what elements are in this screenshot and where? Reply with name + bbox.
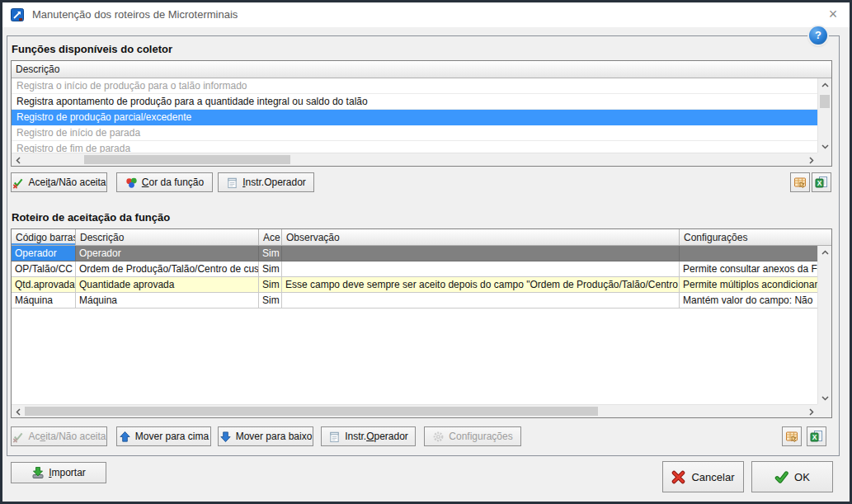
mover-para-baixo-button[interactable]: Mover para baixo [218, 426, 313, 446]
check-x-icon [12, 177, 24, 189]
cell-observacao: Esse campo deve sempre ser aceito depois… [282, 277, 680, 293]
functions-vscrollbar[interactable] [817, 78, 831, 153]
cell-codigo: Operador [12, 246, 76, 261]
roteiro-section-title: Roteiro de aceitação da função [12, 211, 170, 224]
cell-configuracoes: Mantém valor do campo: Não [680, 293, 817, 309]
column-header-configuracoes[interactable]: Configurações [680, 229, 831, 245]
import-icon [31, 466, 45, 479]
excel-icon: X [815, 176, 828, 189]
configuracoes-button[interactable]: Configurações [424, 426, 521, 446]
roteiro-table-header: Código barras Descrição Ace Observação C… [12, 229, 831, 246]
excel-export-button[interactable]: X [812, 172, 831, 192]
cancelar-button[interactable]: Cancelar [662, 461, 744, 492]
scroll-left-icon[interactable] [12, 153, 24, 167]
importar-button[interactable]: Importar [11, 462, 106, 483]
column-header-descricao2[interactable]: Descrição [76, 229, 259, 245]
cell-ace: Sim [259, 246, 282, 261]
scroll-right-icon[interactable] [805, 405, 817, 418]
scroll-left-icon[interactable] [12, 405, 24, 418]
cell-descricao: Quantidade aprovada [76, 277, 259, 293]
function-row[interactable]: Registra o início de produção para o tal… [12, 78, 817, 94]
column-header-codigo[interactable]: Código barras [12, 229, 76, 245]
cell-descricao: Ordem de Produção/Talão/Centro de custo [76, 261, 259, 277]
roteiro-table: Código barras Descrição Ace Observação C… [11, 228, 832, 418]
close-icon[interactable]: × [820, 2, 846, 27]
roteiro-row[interactable]: OP/Talão/CCOrdem de Produção/Talão/Centr… [12, 261, 817, 277]
functions-section-title: Funções disponíveis do coletor [12, 43, 172, 55]
column-header-descricao[interactable]: Descrição [12, 61, 831, 78]
scrollbar-corner [817, 404, 831, 417]
cell-observacao [282, 261, 680, 277]
instr-operador-button-2[interactable]: Instr.Operador [321, 426, 416, 446]
scroll-up-icon[interactable] [818, 78, 832, 91]
window-title: Manutenção dos roteiros de Microterminai… [32, 2, 238, 27]
aceita-nao-aceita-button-2[interactable]: Aceita/Não aceita [11, 426, 107, 446]
notepad-icon [226, 177, 238, 189]
mover-para-cima-button[interactable]: Mover para cima [116, 426, 211, 446]
excel-icon: X [810, 430, 823, 443]
cell-ace: Sim [259, 277, 282, 293]
scroll-down-icon[interactable] [818, 392, 832, 404]
function-row[interactable]: Registro de produção parcial/excedente [12, 110, 817, 125]
cell-configuracoes: Permite consultar anexos da Form [680, 261, 817, 277]
cell-codigo: OP/Talão/CC [12, 261, 76, 277]
functions-list-header[interactable]: Descrição [12, 61, 831, 78]
cell-codigo: Máquina [12, 293, 76, 309]
roteiro-row[interactable]: OperadorOperadorSim [12, 246, 817, 261]
cancel-x-icon [671, 470, 685, 484]
roteiro-vscrollbar[interactable] [817, 246, 831, 404]
cell-descricao: Máquina [76, 293, 259, 309]
ok-check-icon [774, 470, 788, 484]
svg-text:X: X [817, 179, 822, 187]
grid-hand-icon [793, 176, 807, 189]
column-header-observacao[interactable]: Observação [282, 229, 680, 245]
help-icon[interactable]: ? [809, 26, 827, 45]
cell-descricao: Operador [76, 246, 259, 261]
scroll-down-icon[interactable] [818, 140, 832, 153]
hscroll-thumb[interactable] [25, 407, 598, 416]
cell-observacao [282, 246, 680, 261]
cell-observacao [282, 293, 680, 309]
grid-export-button-2[interactable] [782, 426, 802, 446]
column-header-ace[interactable]: Ace [259, 229, 282, 245]
grid-export-button[interactable] [790, 172, 810, 192]
notepad-icon [328, 431, 341, 443]
functions-list-rows: Registra o início de produção para o tal… [12, 78, 817, 153]
arrow-up-icon [119, 431, 131, 443]
hscroll-thumb[interactable] [84, 155, 290, 164]
instr-operador-button[interactable]: Instr.Operador [218, 172, 314, 192]
roteiro-table-rows: OperadorOperadorSimOP/Talão/CCOrdem de P… [12, 246, 817, 404]
ok-button[interactable]: OK [751, 461, 833, 492]
arrow-down-icon [219, 431, 232, 443]
check-x-icon [12, 431, 24, 443]
cor-da-funcao-button[interactable]: Cor da função [116, 172, 213, 192]
grid-hand-icon [785, 430, 798, 443]
roteiro-row[interactable]: MáquinaMáquinaSimMantém valor do campo: … [12, 293, 817, 309]
scrollbar-corner [817, 153, 831, 166]
app-icon [11, 8, 24, 21]
titlebar: Manutenção dos roteiros de Microterminai… [2, 2, 850, 27]
aceita-nao-aceita-button[interactable]: Aceita/Não aceita [11, 172, 107, 192]
scroll-up-icon[interactable] [818, 246, 832, 258]
cell-codigo: Qtd.aprovada [12, 277, 76, 293]
function-row[interactable]: Registro de fim de parada [12, 141, 817, 153]
roteiro-row[interactable]: Qtd.aprovadaQuantidade aprovadaSimEsse c… [12, 277, 817, 293]
scroll-right-icon[interactable] [805, 153, 817, 167]
vscroll-thumb[interactable] [820, 95, 830, 108]
cell-configuracoes [680, 246, 817, 261]
function-row[interactable]: Registra apontamento de produção para a … [12, 94, 817, 110]
functions-hscrollbar[interactable] [12, 153, 817, 166]
color-circles-icon [125, 177, 138, 189]
cell-configuracoes: Permite múltiplos acondicionament [680, 277, 817, 293]
excel-export-button-2[interactable]: X [807, 426, 826, 446]
functions-listbox: Descrição Registra o início de produção … [11, 60, 832, 167]
gear-icon [432, 431, 445, 443]
cell-ace: Sim [259, 261, 282, 277]
dialog-window: Manutenção dos roteiros de Microterminai… [0, 0, 852, 504]
roteiro-hscrollbar[interactable] [12, 404, 817, 417]
svg-text:X: X [812, 433, 817, 441]
function-row[interactable]: Registro de início de parada [12, 125, 817, 141]
cell-ace: Sim [259, 293, 282, 309]
